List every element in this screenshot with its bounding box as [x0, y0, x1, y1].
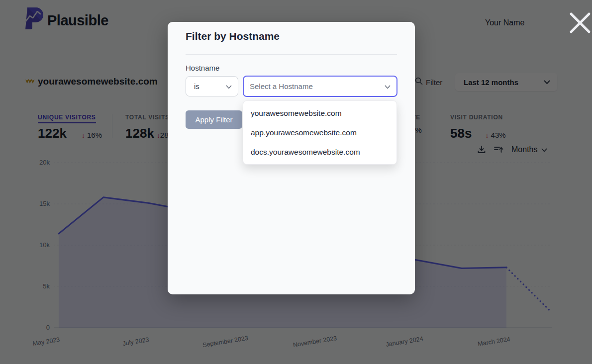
apply-filter-button[interactable]: Apply Filter [186, 110, 242, 129]
combobox-placeholder: Select a Hostname [250, 82, 385, 91]
hostname-option[interactable]: app.yourawesomewebsite.com [243, 123, 396, 142]
hostname-field-label: Hostname [186, 64, 219, 72]
modal-divider [186, 54, 397, 55]
text-cursor [249, 82, 249, 91]
operator-value: is [194, 82, 199, 91]
close-icon [568, 10, 592, 35]
chevron-down-icon [226, 82, 232, 91]
hostname-options-dropdown: yourawesomewebsite.com app.yourawesomewe… [243, 100, 397, 165]
operator-select[interactable]: is [186, 76, 238, 96]
modal-title: Filter by Hostname [186, 30, 280, 42]
hostname-option[interactable]: docs.yourawesomewebsite.com [243, 142, 396, 162]
close-modal-button[interactable] [568, 10, 592, 35]
hostname-option[interactable]: yourawesomewebsite.com [243, 103, 396, 123]
hostname-combobox[interactable]: Select a Hostname [243, 76, 397, 97]
chevron-down-icon [385, 82, 391, 91]
